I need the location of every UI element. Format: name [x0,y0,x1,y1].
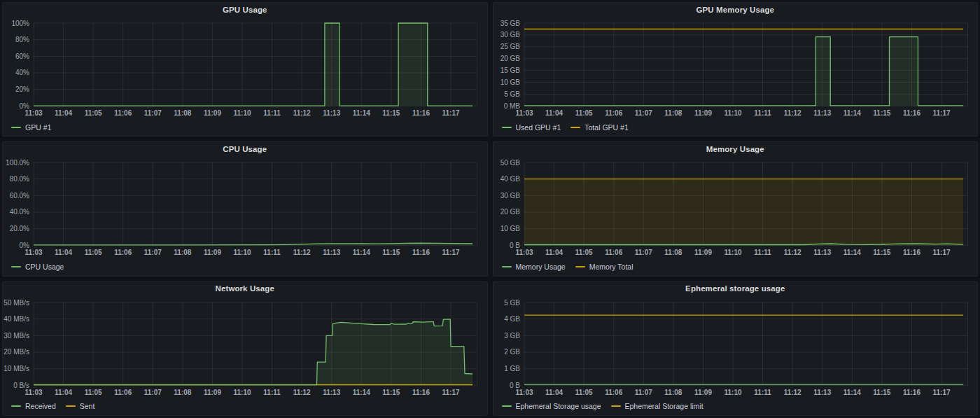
panel-title: Network Usage [216,284,274,293]
gpu-usage-chart[interactable]: 0%20%40%60%80%100%11:0311:0411:0511:0611… [3,16,487,121]
x-axis-tick-label: 11:15 [873,389,890,396]
legend-item-ephemeral-storage-usage[interactable]: Ephemeral Storage usage [502,402,601,410]
legend-label: Used GPU #1 [516,123,561,132]
x-axis-tick-label: 11:12 [783,249,801,257]
legend-item-cpu-usage[interactable]: CPU Usage [11,263,64,271]
x-axis-tick-label: 11:06 [605,389,622,396]
series-color-dash-icon [502,266,512,267]
y-axis-tick-label: 40.0% [10,209,29,216]
y-axis-tick-label: 10 GB [500,78,520,86]
series-color-dash-icon [11,266,21,267]
y-axis-tick-label: 5 GB [504,298,520,306]
y-axis-tick-label: 0% [20,242,30,249]
legend-gpu-usage: GPU #1 [3,121,487,136]
x-axis-tick-label: 11:16 [412,109,430,117]
panel-gpu-memory-usage: GPU Memory Usage 0 MB5 GB10 GB15 GB20 GB… [493,2,979,137]
x-axis-tick-label: 11:06 [114,389,132,396]
x-axis-tick-label: 11:12 [293,109,311,117]
panel-title: Memory Usage [706,145,764,153]
legend-label: Ephemeral Storage usage [516,402,601,410]
y-axis-tick-label: 40 GB [500,175,520,183]
x-axis-tick-label: 11:05 [85,109,102,117]
network-usage-chart[interactable]: 0 B/s10 MB/s20 MB/s30 MB/s40 MB/s50 MB/s… [3,295,487,400]
y-axis-tick-label: 60% [15,53,29,60]
x-axis-tick-label: 11:16 [902,109,920,117]
x-axis-tick-label: 11:09 [204,109,221,117]
legend-item-memory-total[interactable]: Memory Total [575,263,634,271]
x-axis-tick-label: 11:11 [754,109,771,117]
y-axis-tick-label: 30 MB/s [4,331,29,339]
panel-header-cpu-usage[interactable]: CPU Usage [3,142,487,155]
x-axis-tick-label: 11:05 [575,389,592,396]
x-axis-tick-label: 11:15 [382,249,400,257]
series-color-dash-icon [66,405,76,407]
x-axis-tick-label: 11:05 [575,109,592,117]
chart-area-network-usage: 0 B/s10 MB/s20 MB/s30 MB/s40 MB/s50 MB/s… [3,295,487,400]
legend-item-received[interactable]: Received [11,402,56,410]
legend-item-sent[interactable]: Sent [66,402,95,410]
panel-header-gpu-usage[interactable]: GPU Usage [3,3,487,16]
series-color-dash-icon [11,127,21,128]
x-axis-tick-label: 11:13 [323,249,340,257]
y-axis-tick-label: 40 MB/s [4,315,29,323]
cpu-usage-chart[interactable]: 0%20.0%40.0%60.0%80.0%100.0%11:0311:0411… [3,155,487,260]
legend-item-ephemeral-storage-limit[interactable]: Ephemeral Storage limit [611,402,704,410]
panel-title: GPU Memory Usage [696,6,774,14]
x-axis-tick-label: 11:04 [55,109,72,117]
x-axis-tick-label: 11:03 [515,389,533,396]
x-axis-tick-label: 11:12 [293,389,311,396]
chart-area-ephemeral-storage-usage: 0 B1 GB2 GB3 GB4 GB5 GB11:0311:0411:0511… [493,295,978,400]
x-axis-tick-label: 11:11 [263,249,281,257]
panel-network-usage: Network Usage 0 B/s10 MB/s20 MB/s30 MB/s… [2,281,488,416]
chart-area-cpu-usage: 0%20.0%40.0%60.0%80.0%100.0%11:0311:0411… [3,155,487,260]
x-axis-tick-label: 11:04 [545,109,563,117]
y-axis-tick-label: 80% [15,36,29,43]
x-axis-tick-label: 11:06 [605,249,622,257]
x-axis-tick-label: 11:05 [575,249,592,257]
x-axis-tick-label: 11:07 [634,249,652,257]
panel-header-network-usage[interactable]: Network Usage [3,282,487,295]
x-axis-tick-label: 11:04 [545,389,563,396]
x-axis-tick-label: 11:04 [545,249,563,257]
x-axis-tick-label: 11:16 [412,249,430,257]
x-axis-tick-label: 11:03 [515,249,533,257]
ephemeral-storage-usage-chart[interactable]: 0 B1 GB2 GB3 GB4 GB5 GB11:0311:0411:0511… [493,295,978,400]
panel-header-gpu-memory-usage[interactable]: GPU Memory Usage [493,3,978,16]
x-axis-tick-label: 11:17 [932,389,950,396]
legend-item-gpu-1[interactable]: GPU #1 [11,123,51,132]
x-axis-tick-label: 11:05 [85,249,102,257]
x-axis-tick-label: 11:04 [55,249,72,257]
x-axis-tick-label: 11:08 [664,109,682,117]
panel-cpu-usage: CPU Usage 0%20.0%40.0%60.0%80.0%100.0%11… [2,141,488,276]
y-axis-tick-label: 20 MB/s [4,348,29,356]
y-axis-tick-label: 40% [15,69,29,76]
x-axis-tick-label: 11:03 [24,109,42,117]
x-axis-tick-label: 11:15 [382,389,400,396]
panel-gpu-usage: GPU Usage 0%20%40%60%80%100%11:0311:0411… [2,2,488,137]
series-color-dash-icon [570,127,580,128]
legend-item-used-gpu-1[interactable]: Used GPU #1 [502,123,561,132]
panel-header-ephemeral-storage-usage[interactable]: Ephemeral storage usage [493,282,978,295]
series-color-dash-icon [611,405,621,407]
chart-area-memory-usage: 0 B10 GB20 GB30 GB40 GB50 GB11:0311:0411… [493,155,978,260]
gpu-memory-usage-chart[interactable]: 0 MB5 GB10 GB15 GB20 GB25 GB30 GB35 GB11… [493,16,978,121]
legend-item-memory-usage[interactable]: Memory Usage [502,263,566,271]
x-axis-tick-label: 11:04 [55,389,72,396]
x-axis-tick-label: 11:13 [813,109,831,117]
y-axis-tick-label: 100.0% [6,159,29,167]
legend-label: Memory Total [589,263,634,271]
x-axis-tick-label: 11:14 [843,389,860,396]
legend-item-total-gpu-1[interactable]: Total GPU #1 [570,123,628,132]
x-axis-tick-label: 11:10 [234,389,251,396]
y-axis-tick-label: 0 MB [503,102,520,110]
x-axis-tick-label: 11:16 [902,389,920,396]
y-axis-tick-label: 50 GB [500,159,520,167]
memory-usage-chart[interactable]: 0 B10 GB20 GB30 GB40 GB50 GB11:0311:0411… [493,155,978,260]
y-axis-tick-label: 2 GB [504,348,520,356]
legend-gpu-memory-usage: Used GPU #1Total GPU #1 [493,121,978,136]
x-axis-tick-label: 11:08 [174,109,191,117]
y-axis-tick-label: 50 MB/s [4,298,29,306]
panel-header-memory-usage[interactable]: Memory Usage [493,142,978,155]
chart-area-gpu-memory-usage: 0 MB5 GB10 GB15 GB20 GB25 GB30 GB35 GB11… [493,16,978,121]
x-axis-tick-label: 11:14 [843,109,860,117]
